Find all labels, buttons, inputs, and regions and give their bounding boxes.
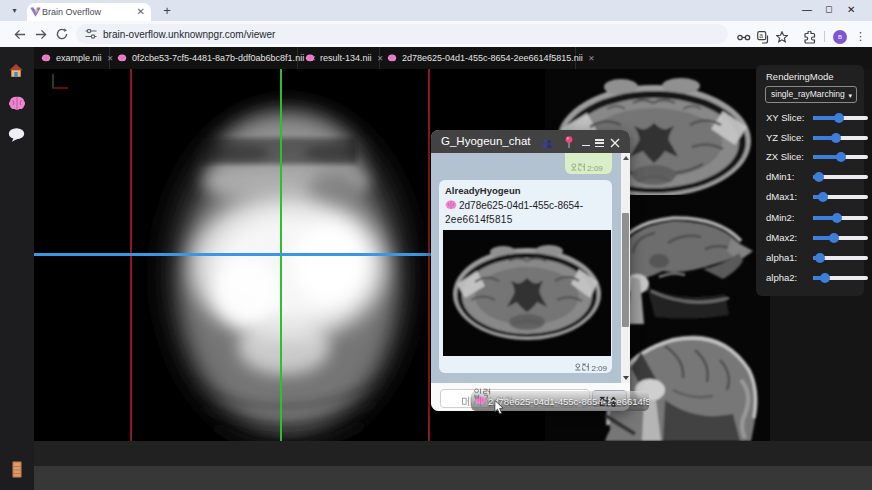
svg-text:a: a (759, 32, 763, 39)
